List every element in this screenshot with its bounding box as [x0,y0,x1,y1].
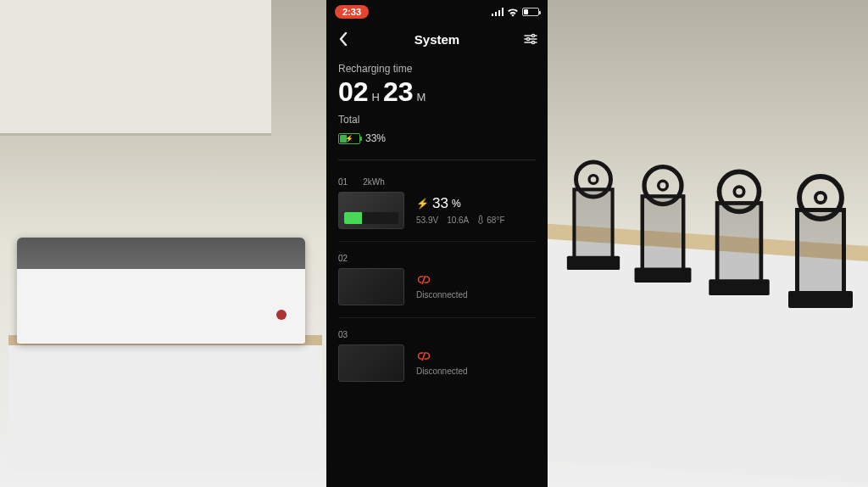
disconnected-icon [416,275,468,287]
status-bar: 2:33 [326,0,548,24]
module-status: Disconnected [416,290,468,299]
module-id: 01 [338,177,348,187]
module-01[interactable]: 01 2kWh ⚡ 33% 53.9V 10.6A [338,165,536,242]
svg-point-5 [531,41,534,43]
minutes-unit: M [417,91,426,104]
wifi-icon [507,8,519,17]
cellular-signal-icon [492,8,504,16]
module-status: Disconnected [416,367,468,376]
hours-value: 02 [338,78,369,105]
disconnected-icon [416,351,468,363]
total-percentage: 33% [365,132,386,144]
minutes-value: 23 [383,78,414,105]
app-header: System [326,24,548,54]
total-battery-icon: ⚡ [338,133,360,144]
battery-pack-icon [338,192,404,229]
battery-pack-icon [338,268,404,305]
charging-bolt-icon: ⚡ [416,198,429,210]
module-voltage: 53.9V [416,216,438,225]
recording-time-pill[interactable]: 2:33 [335,5,369,19]
svg-point-3 [526,37,529,40]
battery-status-icon [522,8,539,16]
module-temperature: 68°F [487,216,504,225]
status-icons [492,8,539,17]
module-list: 01 2kWh ⚡ 33% 53.9V 10.6A [326,160,548,394]
thermometer-icon [477,215,484,226]
module-current: 10.6A [447,216,469,225]
recharging-label: Recharging time [338,63,536,75]
module-capacity: 2kWh [363,177,385,187]
module-charge-unit: % [452,198,461,210]
module-id: 02 [338,254,348,263]
back-button[interactable] [335,31,352,48]
module-id: 03 [338,330,348,339]
module-charge-value: 33 [432,195,448,212]
settings-icon[interactable] [522,31,539,48]
hours-unit: H [372,91,380,104]
module-03[interactable]: 03 Disconnected [338,318,536,394]
recharging-time: 02 H 23 M [338,78,536,105]
page-title: System [415,32,459,47]
phone-overlay: 2:33 System Recharging time [326,0,548,487]
module-02[interactable]: 02 Disconnected [338,242,536,318]
recharging-summary: Recharging time 02 H 23 M Total ⚡ 33% [326,54,548,153]
total-label: Total [338,114,536,126]
svg-point-1 [531,34,534,36]
battery-pack-icon [338,344,404,382]
